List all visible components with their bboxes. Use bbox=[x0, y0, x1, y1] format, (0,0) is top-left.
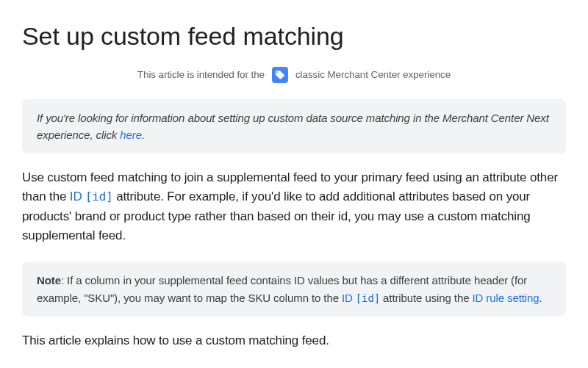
note-box: Note: If a column in your supplemental f… bbox=[22, 261, 566, 317]
id-attribute-link[interactable]: ID [id] bbox=[70, 190, 113, 203]
intro-paragraph: Use custom feed matching to join a suppl… bbox=[22, 168, 566, 245]
id-code: [id] bbox=[85, 190, 112, 203]
page-title: Set up custom feed matching bbox=[22, 21, 566, 52]
note-label: Note bbox=[37, 274, 61, 286]
next-experience-notice: If you're looking for information about … bbox=[22, 99, 566, 154]
price-tag-icon bbox=[272, 67, 288, 83]
note-period: . bbox=[539, 292, 542, 304]
outro-paragraph: This article explains how to use a custo… bbox=[22, 331, 566, 350]
notice-here-link[interactable]: here bbox=[120, 129, 142, 141]
note-text2: attribute using the bbox=[380, 292, 472, 304]
notice-period: . bbox=[142, 129, 145, 141]
id-rule-setting-link[interactable]: ID rule setting bbox=[472, 292, 539, 304]
intended-for-suffix: classic Merchant Center experience bbox=[295, 69, 451, 80]
notice-text: If you're looking for information about … bbox=[37, 112, 549, 141]
intended-for-prefix: This article is intended for the bbox=[137, 69, 265, 80]
note-id-code: [id] bbox=[356, 292, 380, 304]
intended-for-bar: This article is intended for the classic… bbox=[22, 67, 566, 83]
note-id-link[interactable]: ID [id] bbox=[342, 292, 380, 304]
